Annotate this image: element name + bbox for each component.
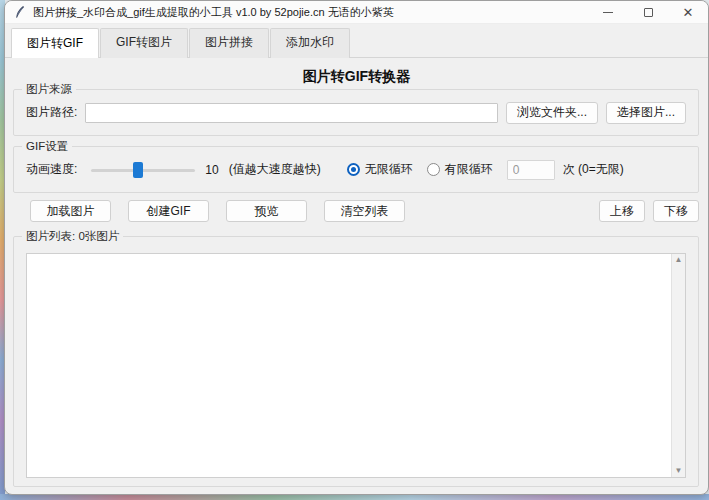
window-title: 图片拼接_水印合成_gif生成提取的小工具 v1.0 by 52pojie.cn… xyxy=(33,5,394,20)
loop-infinite-label: 无限循环 xyxy=(365,161,413,178)
tab-strip: 图片转GIF GIF转图片 图片拼接 添加水印 xyxy=(5,24,708,58)
image-source-group-label: 图片来源 xyxy=(22,82,76,97)
minimize-button[interactable] xyxy=(588,1,628,23)
maximize-icon xyxy=(644,8,653,17)
app-feather-icon xyxy=(13,5,27,19)
radio-selected-icon xyxy=(347,163,360,176)
loop-finite-label: 有限循环 xyxy=(445,161,493,178)
animation-speed-slider[interactable] xyxy=(91,161,195,179)
tab-gif-to-image[interactable]: GIF转图片 xyxy=(100,28,188,58)
image-path-input[interactable] xyxy=(85,103,498,123)
create-gif-button[interactable]: 创建GIF xyxy=(128,200,209,222)
image-listbox[interactable]: ▲ ▼ xyxy=(26,253,686,478)
title-bar[interactable]: 图片拼接_水印合成_gif生成提取的小工具 v1.0 by 52pojie.cn… xyxy=(5,1,708,24)
image-list-area[interactable] xyxy=(27,254,671,477)
load-images-button[interactable]: 加载图片 xyxy=(30,200,111,222)
tab-image-to-gif[interactable]: 图片转GIF xyxy=(11,28,99,58)
move-down-button[interactable]: 下移 xyxy=(653,200,699,222)
browse-folder-button[interactable]: 浏览文件夹... xyxy=(506,102,598,124)
radio-unselected-icon xyxy=(427,163,440,176)
image-list-group: 图片列表: 0张图片 ▲ ▼ xyxy=(13,236,699,487)
page-title: 图片转GIF转换器 xyxy=(5,68,708,86)
loop-count-suffix: 次 (0=无限) xyxy=(563,161,624,178)
app-window: 图片拼接_水印合成_gif生成提取的小工具 v1.0 by 52pojie.cn… xyxy=(4,0,709,495)
animation-speed-label: 动画速度: xyxy=(26,161,77,178)
gif-settings-group: GIF设置 动画速度: 10 (值越大速度越快) 无限循环 有限循环 次 (0=… xyxy=(13,146,699,193)
scroll-down-icon[interactable]: ▼ xyxy=(675,467,683,475)
animation-speed-hint: (值越大速度越快) xyxy=(229,161,321,178)
tab-add-watermark[interactable]: 添加水印 xyxy=(270,28,350,58)
preview-button[interactable]: 预览 xyxy=(226,200,307,222)
move-up-button[interactable]: 上移 xyxy=(599,200,645,222)
image-list-group-label: 图片列表: 0张图片 xyxy=(22,229,123,244)
close-icon: ✕ xyxy=(683,6,694,19)
gif-settings-group-label: GIF设置 xyxy=(22,139,72,154)
clear-list-button[interactable]: 清空列表 xyxy=(324,200,405,222)
image-source-group: 图片来源 图片路径: 浏览文件夹... 选择图片... xyxy=(13,89,699,136)
window-controls: ✕ xyxy=(588,1,708,23)
slider-thumb[interactable] xyxy=(133,162,143,178)
image-path-label: 图片路径: xyxy=(26,104,77,121)
minimize-icon xyxy=(603,12,613,13)
maximize-button[interactable] xyxy=(628,1,668,23)
action-buttons-row: 加载图片 创建GIF 预览 清空列表 上移 下移 xyxy=(13,200,699,222)
loop-count-input[interactable] xyxy=(507,160,555,180)
loop-infinite-radio[interactable]: 无限循环 xyxy=(347,161,413,178)
select-images-button[interactable]: 选择图片... xyxy=(606,102,686,124)
loop-finite-radio[interactable]: 有限循环 xyxy=(427,161,493,178)
animation-speed-value: 10 xyxy=(205,163,218,177)
close-button[interactable]: ✕ xyxy=(668,1,708,23)
scroll-up-icon[interactable]: ▲ xyxy=(675,256,683,264)
vertical-scrollbar[interactable]: ▲ ▼ xyxy=(671,254,685,477)
slider-track xyxy=(91,169,195,172)
tab-image-stitch[interactable]: 图片拼接 xyxy=(189,28,269,58)
